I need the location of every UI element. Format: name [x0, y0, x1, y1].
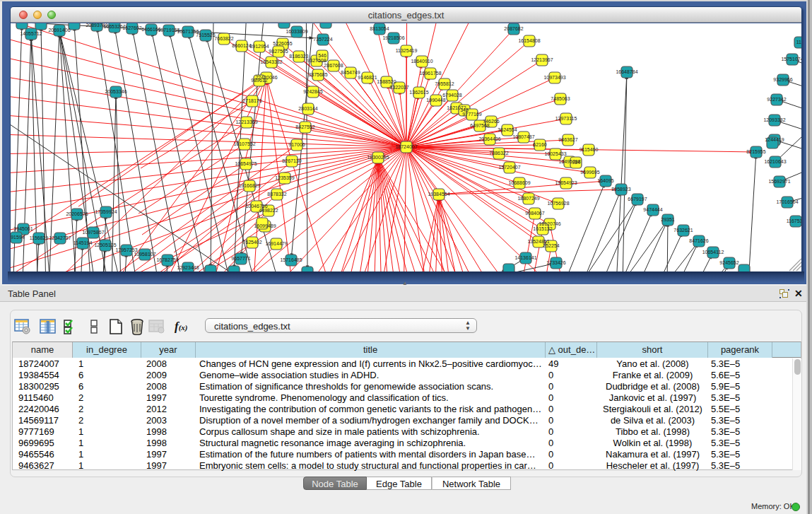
svg-text:2718176: 2718176	[242, 98, 261, 103]
svg-text:16648784: 16648784	[616, 69, 637, 74]
svg-text:9242845: 9242845	[303, 89, 322, 94]
svg-text:14055712: 14055712	[20, 31, 42, 36]
svg-text:10107552: 10107552	[233, 141, 255, 146]
svg-text:8958923: 8958923	[611, 187, 630, 192]
svg-text:8471626: 8471626	[689, 238, 708, 243]
svg-text:12505135: 12505135	[94, 243, 116, 247]
svg-text:8427552: 8427552	[295, 124, 314, 129]
svg-text:252254: 252254	[543, 243, 559, 248]
svg-text:9329966: 9329966	[773, 77, 792, 82]
svg-text:6497568: 6497568	[470, 123, 489, 128]
svg-text:8454749: 8454749	[341, 70, 360, 75]
svg-text:7625402: 7625402	[242, 240, 261, 245]
svg-text:7663822: 7663822	[214, 36, 233, 41]
svg-text:16914479: 16914479	[265, 241, 287, 246]
svg-text:16120746: 16120746	[539, 221, 560, 226]
svg-text:7485063: 7485063	[551, 96, 570, 101]
svg-text:19166829: 19166829	[238, 183, 260, 188]
svg-text:10688609: 10688609	[508, 180, 530, 185]
svg-text:1615132: 1615132	[533, 226, 552, 231]
svg-text:19384554: 19384554	[428, 192, 449, 197]
svg-text:9474444: 9474444	[643, 207, 662, 212]
svg-text:1362615: 1362615	[409, 90, 428, 95]
svg-text:15720407: 15720407	[498, 165, 520, 170]
svg-text:1733426: 1733426	[546, 260, 565, 265]
svg-text:3875685: 3875685	[308, 72, 327, 77]
svg-text:391594: 391594	[11, 235, 25, 240]
svg-text:10025433: 10025433	[544, 151, 566, 156]
svg-text:10958107: 10958107	[134, 252, 155, 257]
svg-text:19654923: 19654923	[555, 180, 577, 185]
svg-text:12213369: 12213369	[235, 119, 257, 124]
svg-text:62160: 62160	[533, 142, 547, 147]
svg-text:16961758: 16961758	[419, 71, 441, 76]
svg-text:8322037: 8322037	[389, 85, 408, 90]
svg-text:18724007: 18724007	[395, 144, 417, 149]
svg-text:917006: 917006	[288, 142, 305, 147]
svg-text:16154808: 16154808	[518, 38, 540, 43]
svg-text:7357224: 7357224	[313, 37, 332, 42]
svg-text:20206576: 20206576	[66, 211, 88, 216]
svg-text:11325419: 11325419	[396, 48, 418, 53]
svg-text:10975867: 10975867	[82, 230, 104, 235]
svg-text:9327508: 9327508	[307, 58, 326, 63]
svg-text:1156829: 1156829	[30, 235, 49, 240]
svg-text:2867608: 2867608	[324, 63, 343, 68]
svg-text:111: 111	[796, 40, 801, 45]
svg-text:6679197: 6679197	[628, 197, 647, 201]
svg-text:12093382: 12093382	[763, 117, 785, 122]
svg-text:7386322: 7386322	[489, 151, 508, 156]
svg-text:7632621: 7632621	[673, 228, 693, 233]
svg-text:20053346: 20053346	[105, 89, 126, 94]
svg-text:984: 984	[572, 160, 580, 165]
svg-text:9827505: 9827505	[269, 49, 288, 54]
svg-text:1588520: 1588520	[377, 79, 396, 84]
svg-text:746266: 746266	[483, 119, 499, 124]
svg-text:10756928: 10756928	[547, 201, 569, 206]
svg-text:2087682: 2087682	[504, 26, 523, 31]
svg-text:2803144: 2803144	[298, 106, 317, 111]
svg-text:10973493: 10973493	[543, 75, 565, 80]
svg-text:8267130: 8267130	[282, 158, 301, 163]
svg-text:16782759: 16782759	[156, 257, 178, 262]
svg-text:989612: 989612	[251, 78, 267, 83]
svg-text:9699695: 9699695	[580, 170, 599, 175]
svg-text:5226055: 5226055	[273, 41, 292, 46]
svg-text:10807487: 10807487	[512, 134, 534, 139]
svg-text:8813054: 8813054	[370, 26, 389, 31]
svg-text:18640910: 18640910	[411, 59, 433, 64]
svg-text:18300295: 18300295	[367, 155, 389, 160]
svg-text:8660124: 8660124	[232, 43, 251, 48]
svg-text:20364436: 20364436	[478, 136, 500, 141]
svg-text:15751074: 15751074	[781, 57, 801, 62]
svg-text:16033809: 16033809	[286, 29, 307, 34]
svg-text:9777169: 9777169	[462, 112, 481, 117]
svg-text:20691406: 20691406	[48, 28, 70, 33]
svg-text:14136141: 14136141	[514, 255, 536, 260]
svg-text:1167533: 1167533	[787, 218, 801, 223]
svg-text:8186323: 8186323	[289, 54, 308, 59]
svg-text:1145194: 1145194	[73, 240, 93, 245]
svg-text:9115460: 9115460	[579, 147, 599, 152]
svg-text:9084067: 9084067	[525, 211, 544, 216]
svg-text:7955812: 7955812	[435, 81, 454, 86]
svg-text:8878332: 8878332	[267, 192, 286, 197]
svg-text:1235359: 1235359	[275, 175, 294, 180]
svg-text:10654112: 10654112	[702, 250, 724, 255]
svg-text:29351: 29351	[661, 217, 675, 222]
svg-text:1244419: 1244419	[765, 137, 784, 142]
svg-text:12213967: 12213967	[531, 57, 553, 62]
svg-text:1990448: 1990448	[426, 98, 445, 103]
svg-text:18807249: 18807249	[517, 196, 539, 201]
svg-text:7515526: 7515526	[196, 33, 215, 37]
svg-text:12923448: 12923448	[177, 265, 199, 270]
svg-text:4498222: 4498222	[259, 208, 278, 213]
svg-text:16210643: 16210643	[764, 159, 786, 164]
svg-text:12342737: 12342737	[49, 235, 71, 240]
svg-text:3945061: 3945061	[13, 226, 33, 231]
svg-text:19218506: 19218506	[382, 35, 404, 40]
svg-text:17016504: 17016504	[776, 199, 798, 204]
svg-text:1527602: 1527602	[122, 25, 141, 30]
svg-text:164095: 164095	[597, 178, 613, 183]
svg-text:12973115: 12973115	[555, 116, 577, 121]
